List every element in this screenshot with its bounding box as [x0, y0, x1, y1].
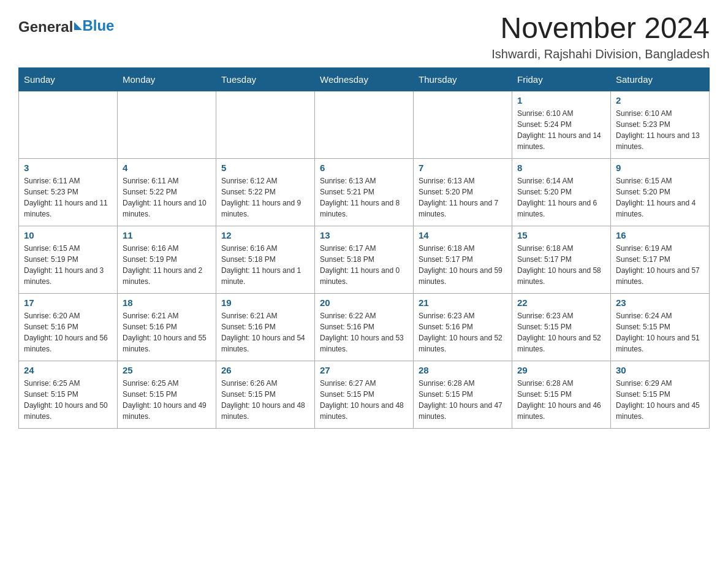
calendar-cell: 19Sunrise: 6:21 AMSunset: 5:16 PMDayligh… — [216, 293, 315, 361]
day-number: 14 — [419, 230, 507, 240]
calendar-cell: 2Sunrise: 6:10 AMSunset: 5:23 PMDaylight… — [611, 91, 710, 158]
calendar-cell — [118, 91, 216, 158]
calendar-cell: 22Sunrise: 6:23 AMSunset: 5:15 PMDayligh… — [512, 293, 611, 361]
logo-triangle-icon — [74, 22, 82, 30]
calendar-cell — [19, 91, 118, 158]
day-number: 15 — [517, 230, 605, 240]
day-info: Sunrise: 6:27 AMSunset: 5:15 PMDaylight:… — [320, 378, 408, 422]
day-info: Sunrise: 6:10 AMSunset: 5:23 PMDaylight:… — [616, 108, 704, 152]
calendar-cell: 20Sunrise: 6:22 AMSunset: 5:16 PMDayligh… — [315, 293, 414, 361]
calendar-cell: 29Sunrise: 6:28 AMSunset: 5:15 PMDayligh… — [512, 361, 611, 428]
calendar-cell — [216, 91, 315, 158]
col-tuesday: Tuesday — [216, 67, 315, 91]
calendar-cell: 10Sunrise: 6:15 AMSunset: 5:19 PMDayligh… — [19, 226, 118, 293]
day-number: 28 — [419, 365, 507, 375]
day-number: 6 — [320, 163, 408, 173]
calendar-cell: 7Sunrise: 6:13 AMSunset: 5:20 PMDaylight… — [414, 158, 512, 226]
day-info: Sunrise: 6:25 AMSunset: 5:15 PMDaylight:… — [123, 378, 211, 422]
calendar-cell: 13Sunrise: 6:17 AMSunset: 5:18 PMDayligh… — [315, 226, 414, 293]
day-number: 4 — [123, 163, 211, 173]
calendar-cell: 16Sunrise: 6:19 AMSunset: 5:17 PMDayligh… — [611, 226, 710, 293]
logo-general-text: General — [18, 18, 73, 36]
day-number: 29 — [517, 365, 605, 375]
day-number: 5 — [221, 163, 309, 173]
week-row-5: 24Sunrise: 6:25 AMSunset: 5:15 PMDayligh… — [19, 361, 710, 428]
day-info: Sunrise: 6:16 AMSunset: 5:18 PMDaylight:… — [221, 243, 309, 287]
calendar-cell: 17Sunrise: 6:20 AMSunset: 5:16 PMDayligh… — [19, 293, 118, 361]
col-sunday: Sunday — [19, 67, 118, 91]
col-monday: Monday — [118, 67, 216, 91]
day-info: Sunrise: 6:11 AMSunset: 5:22 PMDaylight:… — [123, 175, 211, 220]
day-number: 30 — [616, 365, 704, 375]
day-info: Sunrise: 6:23 AMSunset: 5:16 PMDaylight:… — [419, 310, 507, 354]
calendar-cell: 1Sunrise: 6:10 AMSunset: 5:24 PMDaylight… — [512, 91, 611, 158]
day-number: 27 — [320, 365, 408, 375]
day-number: 25 — [123, 365, 211, 375]
day-info: Sunrise: 6:24 AMSunset: 5:15 PMDaylight:… — [616, 310, 704, 354]
week-row-4: 17Sunrise: 6:20 AMSunset: 5:16 PMDayligh… — [19, 293, 710, 361]
calendar-cell: 8Sunrise: 6:14 AMSunset: 5:20 PMDaylight… — [512, 158, 611, 226]
day-number: 16 — [616, 230, 704, 240]
day-number: 10 — [24, 230, 112, 240]
calendar-cell — [315, 91, 414, 158]
day-number: 23 — [616, 297, 704, 308]
day-info: Sunrise: 6:21 AMSunset: 5:16 PMDaylight:… — [123, 310, 211, 354]
day-number: 24 — [24, 365, 112, 375]
day-info: Sunrise: 6:28 AMSunset: 5:15 PMDaylight:… — [419, 378, 507, 422]
title-area: November 2024 Ishwardi, Rajshahi Divisio… — [491, 12, 710, 61]
day-info: Sunrise: 6:21 AMSunset: 5:16 PMDaylight:… — [221, 310, 309, 354]
day-info: Sunrise: 6:13 AMSunset: 5:20 PMDaylight:… — [419, 175, 507, 220]
calendar-cell: 24Sunrise: 6:25 AMSunset: 5:15 PMDayligh… — [19, 361, 118, 428]
header: General Blue November 2024 Ishwardi, Raj… — [18, 12, 710, 61]
day-number: 22 — [517, 297, 605, 308]
day-info: Sunrise: 6:17 AMSunset: 5:18 PMDaylight:… — [320, 243, 408, 287]
page-title: November 2024 — [491, 12, 710, 45]
calendar-cell: 23Sunrise: 6:24 AMSunset: 5:15 PMDayligh… — [611, 293, 710, 361]
week-row-3: 10Sunrise: 6:15 AMSunset: 5:19 PMDayligh… — [19, 226, 710, 293]
day-info: Sunrise: 6:15 AMSunset: 5:19 PMDaylight:… — [24, 243, 112, 287]
day-info: Sunrise: 6:23 AMSunset: 5:15 PMDaylight:… — [517, 310, 605, 354]
calendar-cell: 11Sunrise: 6:16 AMSunset: 5:19 PMDayligh… — [118, 226, 216, 293]
day-info: Sunrise: 6:25 AMSunset: 5:15 PMDaylight:… — [24, 378, 112, 422]
day-info: Sunrise: 6:16 AMSunset: 5:19 PMDaylight:… — [123, 243, 211, 287]
calendar-cell: 30Sunrise: 6:29 AMSunset: 5:15 PMDayligh… — [611, 361, 710, 428]
day-number: 21 — [419, 297, 507, 308]
col-friday: Friday — [512, 67, 611, 91]
day-info: Sunrise: 6:22 AMSunset: 5:16 PMDaylight:… — [320, 310, 408, 354]
day-info: Sunrise: 6:26 AMSunset: 5:15 PMDaylight:… — [221, 378, 309, 422]
day-info: Sunrise: 6:14 AMSunset: 5:20 PMDaylight:… — [517, 175, 605, 220]
calendar-cell: 4Sunrise: 6:11 AMSunset: 5:22 PMDaylight… — [118, 158, 216, 226]
calendar-cell: 25Sunrise: 6:25 AMSunset: 5:15 PMDayligh… — [118, 361, 216, 428]
calendar-header-row: Sunday Monday Tuesday Wednesday Thursday… — [19, 67, 710, 91]
calendar-cell: 3Sunrise: 6:11 AMSunset: 5:23 PMDaylight… — [19, 158, 118, 226]
calendar-cell: 5Sunrise: 6:12 AMSunset: 5:22 PMDaylight… — [216, 158, 315, 226]
logo: General Blue — [18, 12, 114, 36]
calendar-cell: 18Sunrise: 6:21 AMSunset: 5:16 PMDayligh… — [118, 293, 216, 361]
day-info: Sunrise: 6:29 AMSunset: 5:15 PMDaylight:… — [616, 378, 704, 422]
day-number: 18 — [123, 297, 211, 308]
week-row-1: 1Sunrise: 6:10 AMSunset: 5:24 PMDaylight… — [19, 91, 710, 158]
calendar-cell — [414, 91, 512, 158]
day-number: 13 — [320, 230, 408, 240]
day-number: 2 — [616, 95, 704, 105]
calendar-cell: 6Sunrise: 6:13 AMSunset: 5:21 PMDaylight… — [315, 158, 414, 226]
calendar-cell: 14Sunrise: 6:18 AMSunset: 5:17 PMDayligh… — [414, 226, 512, 293]
calendar: Sunday Monday Tuesday Wednesday Thursday… — [18, 67, 710, 429]
day-info: Sunrise: 6:15 AMSunset: 5:20 PMDaylight:… — [616, 175, 704, 220]
day-info: Sunrise: 6:28 AMSunset: 5:15 PMDaylight:… — [517, 378, 605, 422]
calendar-cell: 21Sunrise: 6:23 AMSunset: 5:16 PMDayligh… — [414, 293, 512, 361]
day-info: Sunrise: 6:18 AMSunset: 5:17 PMDaylight:… — [419, 243, 507, 287]
day-number: 11 — [123, 230, 211, 240]
day-number: 3 — [24, 163, 112, 173]
col-thursday: Thursday — [414, 67, 512, 91]
day-info: Sunrise: 6:12 AMSunset: 5:22 PMDaylight:… — [221, 175, 309, 220]
day-number: 7 — [419, 163, 507, 173]
day-number: 17 — [24, 297, 112, 308]
calendar-cell: 15Sunrise: 6:18 AMSunset: 5:17 PMDayligh… — [512, 226, 611, 293]
logo-blue-text: Blue — [82, 17, 114, 34]
day-number: 20 — [320, 297, 408, 308]
day-number: 12 — [221, 230, 309, 240]
day-number: 26 — [221, 365, 309, 375]
day-info: Sunrise: 6:13 AMSunset: 5:21 PMDaylight:… — [320, 175, 408, 220]
day-number: 1 — [517, 95, 605, 105]
